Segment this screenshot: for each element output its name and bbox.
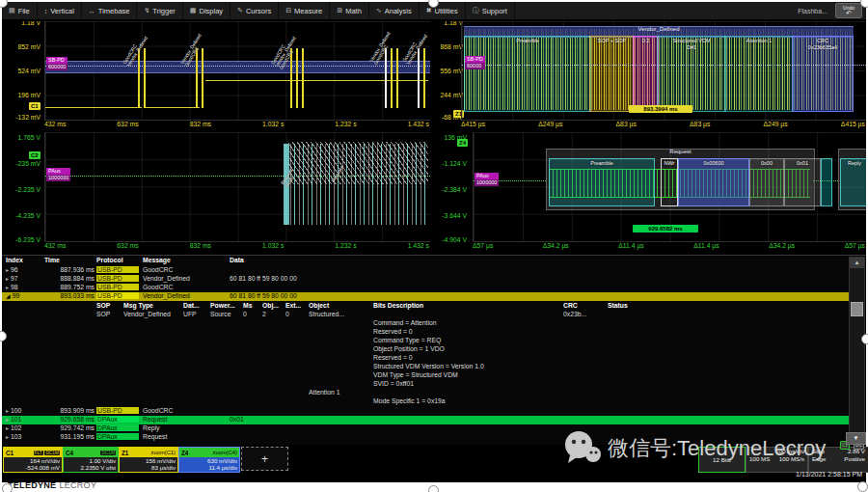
frame-title: Request: [547, 149, 814, 154]
cursor-time-badge[interactable]: 929.6582 ms: [633, 225, 698, 232]
cursor-time-badge[interactable]: 893.3994 ms: [629, 105, 692, 113]
brand-logo: TELEDYNELECROY: [8, 480, 96, 490]
decoder-name: PAux: [46, 168, 70, 175]
plot-area[interactable]: SB-PD 600000 GoodCRCVendor_Defined Vendo…: [44, 21, 430, 121]
trace-segment: [205, 80, 428, 81]
detail-bits-row: Reserved = 0: [2, 354, 849, 363]
timebase-icon: ↔: [89, 8, 95, 14]
table-row[interactable]: 100893.909 ms USB-PD GoodCRC: [2, 407, 849, 416]
table-header-row: Index Time Protocol Message Data: [2, 257, 849, 265]
y-tick: -2.384 V: [430, 186, 467, 193]
burst: [144, 48, 146, 108]
menu-item-cursors[interactable]: ✎Cursors: [231, 2, 279, 19]
math-icon: ⊞: [337, 7, 342, 14]
support-icon: ⓘ: [473, 6, 479, 15]
menu-label: Cursors: [246, 7, 271, 15]
plot-area[interactable]: PAux 1000000 Request Preamble NWr 0x0060…: [473, 132, 866, 242]
decode-dotted-line: [462, 65, 866, 66]
analysis-icon: ∿: [376, 7, 382, 14]
decoder-label[interactable]: PAux 1000000: [46, 168, 70, 181]
decoder-name: SB-PD: [46, 57, 68, 64]
display-icon: ▦: [190, 7, 197, 14]
descriptor-z1[interactable]: Z1 zoom(C1) 156 mV/div83 µs/div: [119, 447, 178, 473]
decoder-label[interactable]: SB-PD 600000: [46, 57, 68, 70]
protocol-chip: USB-PD: [96, 275, 139, 282]
y-tick: -2.235 V: [2, 186, 41, 193]
selection-handle[interactable]: [861, 334, 868, 344]
waveform-panel-z1[interactable]: 1.18 V 868 mV 556 mV 244 mV -68 mV Z1 Ve…: [430, 21, 866, 132]
y-tick: 1.18 V: [2, 21, 41, 26]
menu-item-support[interactable]: ⓘSupport: [466, 2, 515, 19]
burst: [202, 48, 203, 108]
channel-badge-c1[interactable]: C1: [29, 102, 41, 110]
trace-segment: [146, 107, 200, 108]
menu-label: File: [18, 7, 30, 15]
descriptor-id: Z1: [122, 450, 128, 456]
selection-handle[interactable]: [857, 481, 868, 492]
decoder-bitrate: 1000000: [475, 179, 499, 186]
burst: [423, 48, 425, 108]
zoom-source: zoom(C1): [151, 450, 176, 455]
y-tick: 852 mV: [2, 43, 41, 50]
decoder-label[interactable]: PAux 1000000: [475, 173, 499, 186]
descriptor-c4[interactable]: C4 DC1M 1.00 V/div2.2350 V ofst: [63, 447, 119, 473]
plot-area[interactable]: Vendor_Defined Preamble SOP + SOP 0:2 St…: [461, 21, 866, 121]
menu-item-analysis[interactable]: ∿Analysis: [369, 2, 420, 19]
detail-header-row: SOPMsg Type Dat...Power... MsObj... Ext.…: [2, 302, 849, 311]
waveform-panel-c2[interactable]: 1.765 V -235 mV -2.235 V -4.235 V -6.235…: [2, 132, 430, 254]
collapse-table-button[interactable]: [846, 432, 866, 445]
menu-item-math[interactable]: ⊞Math: [330, 2, 369, 19]
decoder-label[interactable]: SB-PD 60000: [465, 56, 485, 69]
detail-object-row: Attention 1: [2, 389, 849, 397]
zoom-badge-z4[interactable]: Z4: [457, 139, 468, 147]
decoder-bitrate: 1000000: [46, 175, 70, 181]
scroll-up-icon[interactable]: [850, 258, 864, 268]
waveform-panel-z4[interactable]: 136 mV -1.124 V -2.384 V -3.644 V -4.904…: [430, 132, 866, 254]
protocol-table[interactable]: Index Time Protocol Message Data 96887.9…: [2, 255, 866, 445]
y-tick: -4.235 V: [2, 212, 41, 219]
menu-item-vertical[interactable]: ↕Vertical: [38, 2, 82, 19]
menu-item-timebase[interactable]: ↔Timebase: [82, 2, 138, 19]
table-row[interactable]: 97888.884 ms USB-PD Vendor_Defined60 81 …: [2, 275, 849, 284]
menu-item-measure[interactable]: ⊟Measure: [279, 2, 330, 19]
descriptor-id: C1: [6, 450, 14, 456]
scrollbar-thumb[interactable]: [851, 302, 863, 316]
menu-item-trigger[interactable]: ↯Trigger: [137, 2, 182, 19]
x-axis: Δ415 µsΔ249 µsΔ83 µsΔ83 µsΔ249 µsΔ415 µs: [461, 121, 865, 127]
segment-preamble: Preamble: [464, 36, 591, 112]
descriptor-c1[interactable]: C1 FLT DC1M 164 mV/div-524.008 mV: [3, 447, 63, 473]
menu-label: Measure: [294, 7, 322, 15]
menu-item-utilities[interactable]: ✖Utilities: [420, 2, 466, 19]
decoder-name: PAux: [475, 173, 499, 179]
protocol-chip: USB-PD: [96, 292, 139, 299]
selection-handle[interactable]: [2, 483, 13, 492]
detail-bits-row: Command = Attention: [2, 319, 849, 328]
decoder-bitrate: 60000: [465, 63, 485, 69]
table-row[interactable]: 96887.936 ms USB-PD GoodCRC: [2, 266, 849, 275]
frame-title: Vendor_Defined: [464, 26, 854, 32]
selection-handle[interactable]: [860, 0, 868, 8]
table-row[interactable]: 98889.752 ms USB-PD GoodCRC: [2, 284, 849, 292]
reply-overlay: Reply: [838, 149, 866, 210]
table-row-highlighted[interactable]: 101929.658 ms DPAux Request0x01: [2, 416, 849, 424]
table-row-selected[interactable]: 99893.033 ms USB-PD Vendor_Defined60 81 …: [2, 292, 849, 301]
y-tick: 1.18 V: [430, 21, 463, 26]
y-tick: 556 mV: [430, 68, 463, 74]
burst: [418, 48, 420, 108]
waveform-panel-c1[interactable]: 1.18 V 852 mV 524 mV 196 mV -132 mV C1 S…: [2, 21, 430, 132]
channel-badge-c2[interactable]: C2: [29, 151, 41, 159]
selection-handle[interactable]: [428, 485, 439, 492]
menu-item-display[interactable]: ▦Display: [183, 2, 231, 19]
plot-area[interactable]: PAux 1000000 RequestReply Request: [44, 132, 430, 242]
y-tick: -1.124 V: [430, 160, 467, 167]
burst: [296, 48, 298, 108]
add-trace-button[interactable]: +: [241, 447, 288, 471]
burst: [385, 48, 387, 108]
flashback-label: Flashba...: [798, 8, 827, 14]
descriptor-id: C4: [66, 450, 73, 456]
undo-button[interactable]: Undo: [835, 3, 862, 18]
decode-dotted-line: [45, 66, 430, 67]
detail-bits-row: Command Type = REQ: [2, 337, 849, 345]
table-scrollbar[interactable]: [849, 257, 865, 444]
descriptor-z4-selected[interactable]: Z4 zoom(C4) 630 mV/div11.4 µs/div: [178, 447, 240, 473]
